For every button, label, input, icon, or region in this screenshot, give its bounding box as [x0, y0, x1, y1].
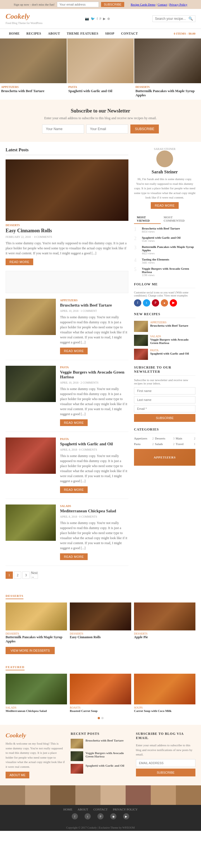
social-youtube[interactable]: ▶: [103, 17, 105, 21]
author-read-more[interactable]: READ MORE: [151, 202, 178, 209]
post-title-2[interactable]: Spaghetti with Garlic and Oil: [60, 442, 128, 446]
read-more-1[interactable]: READ MORE: [60, 420, 88, 426]
dot-0[interactable]: [98, 717, 100, 719]
sidebar-email[interactable]: [134, 405, 195, 412]
nav-about[interactable]: ABOUT: [45, 29, 63, 38]
post-title-3[interactable]: Mediterranean Chickpea Salad: [60, 509, 128, 514]
follow-social4[interactable]: ●: [161, 299, 168, 307]
gallery-img-6[interactable]: [151, 785, 176, 805]
dessert-title-1[interactable]: Easy Cinnamon Rolls: [70, 635, 131, 639]
featured-post-title[interactable]: Easy Cinnamon Rolls: [6, 228, 128, 234]
gallery-img-5[interactable]: [126, 785, 151, 805]
banner-email-input[interactable]: [57, 2, 99, 7]
social-instagram[interactable]: 📷: [85, 17, 89, 21]
post-image-0[interactable]: [6, 299, 56, 335]
dessert-title-0[interactable]: Buttermilk Pancakes with Maple Syrup App…: [6, 635, 67, 644]
banner-subscribe-btn[interactable]: SUBSCRIBE: [101, 2, 125, 7]
sidebar-last-name[interactable]: [134, 396, 195, 403]
cat-item-5[interactable]: Travel 1: [176, 442, 195, 446]
featured-img-0[interactable]: [6, 674, 67, 704]
page-1[interactable]: 1: [6, 571, 13, 579]
footer-about-btn[interactable]: ABOUT ME: [6, 772, 29, 778]
dessert-img-1[interactable]: [70, 602, 131, 630]
hero-title-0[interactable]: Bruschetta with Beef Tartare: [1, 89, 66, 93]
search-input[interactable]: [155, 17, 189, 21]
recipe-cards-link[interactable]: Recipe Cards Demo: [131, 3, 156, 6]
social-rss[interactable]: ⊕: [107, 17, 110, 21]
hero-image-bruschetta[interactable]: [0, 38, 67, 83]
footer-post-img-2[interactable]: [71, 764, 83, 774]
social-facebook[interactable]: f: [97, 17, 98, 21]
post-image-2[interactable]: [6, 437, 56, 474]
new-recipe-img-1[interactable]: [134, 335, 148, 346]
sidebar-subscribe-btn[interactable]: SUBSCRIBE: [134, 414, 195, 422]
cart-icon[interactable]: 0 ITEMS - $0.00: [174, 32, 195, 35]
featured-img-2[interactable]: [134, 674, 195, 704]
footer-post-img-1[interactable]: [71, 751, 83, 761]
cat-item-4[interactable]: Salads 2: [155, 442, 175, 446]
nav-home[interactable]: HOME: [6, 29, 23, 38]
footer-social-yt[interactable]: ▶: [123, 813, 129, 819]
page-3[interactable]: 3: [22, 571, 30, 579]
contact-link[interactable]: Contact: [158, 3, 167, 6]
featured-read-more[interactable]: READ MORE: [6, 258, 33, 265]
follow-pinterest[interactable]: P: [152, 299, 159, 307]
footer-social-fb[interactable]: f: [72, 813, 78, 819]
nav-shop[interactable]: SHOP: [102, 29, 118, 38]
gallery-img-7[interactable]: [176, 785, 201, 805]
newsletter-subscribe-btn[interactable]: SUBSCRIBE: [130, 125, 159, 133]
cat-item-3[interactable]: Pasta 2: [134, 442, 154, 446]
footer-subscribe-btn[interactable]: SUBSCRIBE: [136, 769, 195, 776]
follow-facebook[interactable]: f: [134, 299, 141, 307]
featured-post-image[interactable]: [6, 159, 128, 221]
social-pinterest[interactable]: P: [99, 17, 101, 21]
post-image-1[interactable]: [6, 366, 56, 402]
newsletter-email-input[interactable]: [86, 125, 128, 133]
gallery-img-1[interactable]: [25, 785, 50, 805]
new-recipe-img-0[interactable]: [134, 321, 148, 332]
nav-recipes[interactable]: RECIPES: [23, 29, 44, 38]
cat-item-2[interactable]: Main 2: [176, 436, 195, 440]
nav-theme-features[interactable]: THEME FEATURES: [63, 29, 102, 38]
hero-title-1[interactable]: Spaghetti with Garlic and Oil: [68, 89, 133, 93]
footer-email-input[interactable]: [136, 759, 195, 767]
footer-social-ig[interactable]: ◉: [110, 813, 116, 819]
dessert-img-0[interactable]: [6, 602, 67, 630]
read-more-0[interactable]: READ MORE: [60, 348, 88, 354]
gallery-img-2[interactable]: [50, 785, 75, 805]
nav-contact[interactable]: CONTACT: [118, 29, 141, 38]
read-more-2[interactable]: READ MORE: [60, 486, 88, 493]
footer-social-tw[interactable]: t: [85, 813, 91, 819]
page-next[interactable]: Next →: [31, 571, 38, 579]
post-title-0[interactable]: Bruschetta with Beef Tartare: [60, 303, 128, 308]
footer-nav-privacy[interactable]: PRIVACY POLICY: [113, 808, 138, 811]
tab-most-commented[interactable]: MOST COMMENTED: [161, 214, 195, 224]
read-more-3[interactable]: READ MORE: [60, 553, 88, 560]
gallery-img-4[interactable]: [100, 785, 126, 805]
cat-item-1[interactable]: Desserts 3: [155, 436, 175, 440]
post-image-3[interactable]: [6, 504, 56, 541]
new-recipe-img-2[interactable]: [134, 349, 148, 360]
cat-item-0[interactable]: Appetizers 2: [134, 436, 154, 440]
footer-nav-home[interactable]: HOME: [63, 808, 72, 811]
dot-1[interactable]: [101, 717, 104, 719]
featured-title-2[interactable]: Carrot Soup with Coco Milk: [134, 709, 195, 712]
hero-image-pancakes[interactable]: [134, 38, 201, 83]
follow-twitter[interactable]: t: [143, 299, 150, 307]
search-icon[interactable]: 🔍: [189, 17, 193, 21]
page-2[interactable]: 2: [14, 571, 21, 579]
categories-featured-img[interactable]: APPETIZERS: [134, 449, 195, 466]
site-logo[interactable]: Cookely: [6, 12, 42, 21]
footer-nav-contact[interactable]: CONTACT: [94, 808, 108, 811]
hero-image-spaghetti[interactable]: [67, 38, 134, 83]
footer-nav-about[interactable]: ABOUT: [78, 808, 88, 811]
privacy-link[interactable]: Privacy Policy: [169, 3, 187, 6]
view-more-desserts[interactable]: VIEW MORE IN DESSERTS: [6, 647, 55, 654]
newsletter-name-input[interactable]: [42, 125, 84, 133]
gallery-img-0[interactable]: [0, 785, 25, 805]
featured-title-1[interactable]: Roasted Carrot Soup: [70, 709, 131, 712]
featured-title-0[interactable]: Mediterranean Chickpea Salad: [6, 709, 67, 712]
hero-title-2[interactable]: Buttermilk Pancakes with Maple Syrup App…: [135, 89, 200, 97]
follow-youtube[interactable]: ▶: [170, 299, 177, 307]
post-title-1[interactable]: Veggie Burgers with Avocado Green Hariss…: [60, 370, 128, 379]
